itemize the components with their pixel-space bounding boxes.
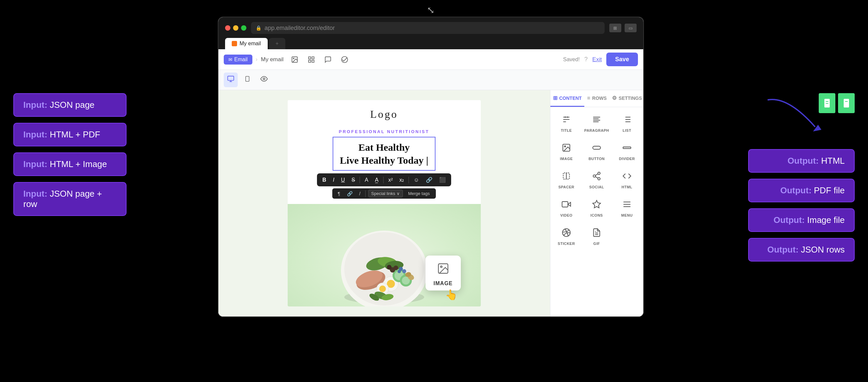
- sidebar-item-social[interactable]: SOCIAL: [582, 166, 612, 194]
- sidebar-item-video[interactable]: VIDEO: [552, 195, 581, 222]
- sidebar-item-spacer[interactable]: SPACER: [552, 166, 581, 194]
- strikethrough-btn[interactable]: S: [350, 176, 357, 184]
- sidebar-item-divider[interactable]: DIVIDER: [612, 138, 642, 166]
- content-tab-label: CONTENT: [559, 96, 582, 101]
- output-type-label-3: Output:: [773, 215, 805, 225]
- text-format-toolbar: B I U S A A̲ x² x₂: [317, 173, 451, 186]
- input-type-label-3: Input:: [23, 159, 47, 169]
- tab-content[interactable]: ⊞ CONTENT: [550, 90, 585, 107]
- address-text: app.emaileditor.com/editor: [265, 25, 335, 32]
- check-icon-btn[interactable]: [339, 54, 350, 65]
- output-value-label-4: JSON rows: [801, 245, 845, 255]
- icons-icon: [592, 200, 601, 211]
- font-color-btn[interactable]: A: [363, 176, 370, 184]
- browser-btn-2[interactable]: ▭: [625, 24, 637, 32]
- floating-image-label: IMAGE: [434, 281, 453, 286]
- text-format-toolbar-row2: ¶ 🔗 / Special links ∨ Merge tags: [332, 188, 435, 199]
- link-small-btn[interactable]: 🔗: [345, 190, 354, 197]
- underline-btn[interactable]: U: [339, 176, 347, 184]
- slash-btn[interactable]: /: [357, 190, 363, 197]
- grid-icon-btn[interactable]: [306, 54, 317, 65]
- save-button[interactable]: Save: [606, 53, 638, 66]
- tab-settings[interactable]: ⚙ SETTINGS: [609, 90, 644, 107]
- italic-btn[interactable]: I: [331, 176, 336, 184]
- special-links-btn[interactable]: Special links ∨: [368, 190, 403, 197]
- sidebar-item-list[interactable]: LIST: [612, 110, 642, 137]
- email-title-line2: Live Healthy Today |: [340, 155, 429, 166]
- svg-rect-64: [562, 202, 568, 207]
- html-icon: [622, 171, 631, 183]
- center-panel: ⤡ 🔒 app.emaileditor.com/editor ⊞: [126, 0, 735, 317]
- svg-rect-2: [308, 57, 310, 59]
- bold-btn[interactable]: B: [320, 176, 328, 184]
- browser-dots: [225, 25, 246, 31]
- app-content: Logo PROFESSIONAL NUTRITIONIST Eat Healt…: [218, 90, 643, 316]
- emoji-btn[interactable]: ☺: [411, 176, 421, 184]
- sidebar-item-menu[interactable]: MENU: [612, 195, 642, 222]
- merge-tags-btn[interactable]: Merge tags: [406, 190, 433, 197]
- sidebar-item-title[interactable]: TITLE: [552, 110, 581, 137]
- preview-btn[interactable]: [257, 72, 271, 87]
- svg-rect-3: [312, 57, 314, 59]
- email-main-title: Eat Healthy Live Healthy Today |: [340, 141, 429, 167]
- sticker-icon: [562, 228, 571, 240]
- link-btn[interactable]: 🔗: [424, 176, 434, 184]
- subscript-btn[interactable]: x₂: [397, 176, 406, 184]
- svg-marker-65: [593, 200, 600, 208]
- sidebar-item-sticker[interactable]: STICKER: [552, 223, 581, 251]
- gallery-icon-btn[interactable]: [289, 54, 300, 65]
- floating-image-card[interactable]: IMAGE 👆: [426, 256, 461, 290]
- sidebar-item-image[interactable]: IMAGE: [552, 138, 581, 166]
- close-dot[interactable]: [225, 25, 230, 31]
- input-value-label-3: HTML + Image: [50, 159, 107, 169]
- exit-button[interactable]: Exit: [592, 56, 602, 63]
- svg-point-59: [593, 175, 596, 177]
- more-btn[interactable]: ⬛: [437, 176, 448, 184]
- menu-label: MENU: [621, 213, 632, 217]
- sidebar-item-button[interactable]: BUTTON: [582, 138, 612, 166]
- help-icon[interactable]: ?: [584, 56, 588, 63]
- mobile-view-btn[interactable]: [241, 72, 254, 87]
- browser-chrome: 🔒 app.emaileditor.com/editor ⊞ ▭ My emai…: [218, 17, 643, 49]
- email-logo-area: Logo: [288, 100, 481, 126]
- minimize-dot[interactable]: [233, 25, 238, 31]
- desktop-view-btn[interactable]: [224, 72, 238, 87]
- superscript-btn[interactable]: x²: [386, 176, 395, 184]
- sidebar-item-gif[interactable]: GIF: [582, 223, 612, 251]
- floating-image-icon: [437, 262, 450, 278]
- browser-titlebar: 🔒 app.emaileditor.com/editor ⊞ ▭: [225, 22, 637, 34]
- svg-marker-63: [568, 202, 571, 206]
- tab-rows[interactable]: ≡ ROWS: [584, 90, 609, 107]
- email-body: Logo PROFESSIONAL NUTRITIONIST Eat Healt…: [288, 100, 481, 307]
- sidebar-tabs: ⊞ CONTENT ≡ ROWS ⚙ SETTINGS: [550, 90, 643, 107]
- list-icon: [622, 115, 631, 126]
- email-breadcrumb-btn[interactable]: ✉ Email: [224, 55, 252, 65]
- input-type-label: Input:: [23, 100, 47, 110]
- email-btn-label: Email: [235, 57, 248, 63]
- button-icon: [592, 143, 601, 155]
- rows-tab-icon: ≡: [587, 95, 590, 101]
- sidebar-item-html[interactable]: HTML: [612, 166, 642, 194]
- sidebar-item-paragraph[interactable]: PARAGRAPH: [582, 110, 612, 137]
- arrow-container: [748, 93, 855, 140]
- email-title-box[interactable]: Eat Healthy Live Healthy Today |: [333, 137, 436, 171]
- format-divider-4: [365, 190, 366, 197]
- inactive-browser-tab[interactable]: +: [269, 38, 285, 49]
- settings-tab-label: SETTINGS: [619, 96, 642, 101]
- align-left-btn[interactable]: ¶: [336, 190, 342, 197]
- highlight-btn[interactable]: A̲: [373, 176, 380, 184]
- resize-handle-tl[interactable]: ⤡: [424, 3, 437, 17]
- browser-address-bar[interactable]: 🔒 app.emaileditor.com/editor: [251, 22, 604, 34]
- chat-icon-btn[interactable]: [322, 54, 334, 65]
- active-browser-tab[interactable]: My email: [225, 38, 268, 49]
- title-icon: [562, 115, 571, 126]
- svg-rect-5: [312, 60, 314, 62]
- sidebar-item-icons[interactable]: ICONS: [582, 195, 612, 222]
- maximize-dot[interactable]: [241, 25, 246, 31]
- divider-label: DIVIDER: [619, 157, 635, 161]
- saved-status: Saved!: [563, 57, 580, 63]
- toolbar-icons: [289, 54, 350, 65]
- browser-tabs: My email +: [225, 38, 637, 49]
- browser-btn-1[interactable]: ⊞: [609, 24, 621, 32]
- sticker-label: STICKER: [558, 242, 575, 246]
